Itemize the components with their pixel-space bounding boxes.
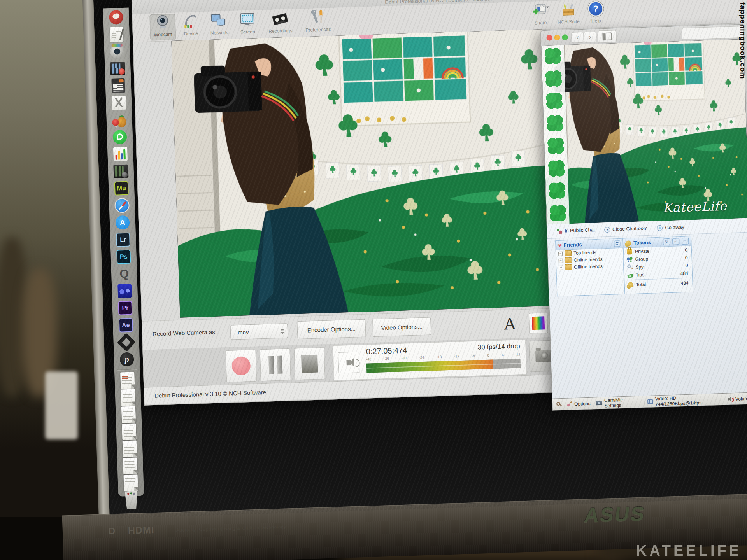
dock-item-photoshop[interactable]: Ps bbox=[115, 248, 132, 265]
back-button[interactable]: ‹ bbox=[571, 32, 584, 43]
screen-capture-icon bbox=[238, 11, 256, 28]
dock-item-whatsapp[interactable] bbox=[111, 129, 128, 145]
dock-item-safari[interactable] bbox=[114, 197, 130, 214]
tab-preferences[interactable]: Preferences bbox=[302, 9, 334, 36]
dock-item-lightroom[interactable]: Lr bbox=[115, 231, 132, 248]
close-chatroom-label: Close Chatroom bbox=[612, 226, 648, 232]
share-icon bbox=[531, 2, 549, 19]
sidebar-toggle-button[interactable] bbox=[598, 30, 617, 43]
dock-minimized-document[interactable] bbox=[119, 372, 136, 388]
help-icon: ? bbox=[587, 0, 605, 18]
meter-panel: 0:27:05:474 30 fps/14 drop -42 -36 -30 -… bbox=[333, 340, 527, 381]
toolbar-help-button[interactable]: ? Help bbox=[584, 0, 608, 27]
video-info: Video: HD 744/1250Kbps@14fps bbox=[647, 394, 724, 407]
dock-item-red-app[interactable] bbox=[108, 9, 124, 26]
toolbar-label: Help bbox=[591, 18, 601, 24]
video-app-icon bbox=[113, 164, 128, 178]
dock-item-after-effects[interactable]: Ae bbox=[117, 317, 134, 333]
brush-icon bbox=[566, 401, 572, 407]
forward-button[interactable]: › bbox=[584, 32, 596, 43]
dock-minimized-document[interactable] bbox=[120, 406, 137, 423]
dock-item-quicktime[interactable]: Q bbox=[116, 265, 133, 282]
clover-icon bbox=[549, 204, 566, 222]
cam-mic-settings-button[interactable]: Cam/Mic Settings bbox=[596, 396, 641, 409]
dock-item-screen-recorder[interactable] bbox=[109, 60, 126, 77]
tab-webcam[interactable]: Webcam bbox=[149, 14, 176, 41]
stream-name-overlay: KateeLife bbox=[663, 198, 727, 215]
minimize-window-button[interactable] bbox=[554, 35, 560, 40]
dock-item-textedit[interactable] bbox=[108, 26, 125, 43]
dock-item-adobe-muse[interactable]: Mu bbox=[113, 180, 130, 197]
close-chatroom-button[interactable]: ● Close Chatroom bbox=[604, 225, 648, 232]
dock-item-calculator[interactable] bbox=[110, 77, 126, 94]
close-window-button[interactable] bbox=[546, 35, 552, 40]
zoom-window-button[interactable] bbox=[562, 34, 568, 40]
expand-icon[interactable]: + bbox=[559, 265, 563, 270]
record-icon bbox=[231, 356, 251, 375]
encoder-options-button[interactable]: Encoder Options... bbox=[297, 319, 366, 340]
video-options-button[interactable]: Video Options... bbox=[372, 317, 431, 337]
webcam-icon bbox=[154, 14, 171, 31]
mute-button[interactable] bbox=[338, 352, 360, 373]
collapse-icon[interactable]: − bbox=[558, 251, 563, 256]
token-value: 0 bbox=[685, 247, 687, 253]
dock-item-unity[interactable] bbox=[118, 334, 135, 350]
dock-item-app-store[interactable]: A bbox=[114, 214, 131, 231]
textedit-icon bbox=[110, 27, 123, 42]
magnifier-icon[interactable] bbox=[556, 401, 562, 407]
dock-item-processing[interactable]: p bbox=[118, 351, 135, 368]
token-list-button[interactable]: ≡ bbox=[682, 238, 689, 245]
text-overlay-button[interactable]: A bbox=[498, 312, 522, 335]
vu-meter-fill bbox=[366, 359, 493, 373]
collapse-icon[interactable]: − bbox=[558, 258, 563, 262]
collapse-panel-button[interactable] bbox=[614, 240, 620, 247]
dock-minimized-document[interactable] bbox=[121, 423, 137, 440]
token-total-row: Total 484 bbox=[624, 279, 693, 289]
dock-item-chart-app[interactable] bbox=[112, 146, 129, 163]
chevron-down-icon bbox=[281, 332, 284, 336]
toolbar-nch-suite-button[interactable]: NCH Suite bbox=[553, 1, 584, 28]
photoshop-icon: Ps bbox=[116, 250, 131, 264]
tab-label: Network bbox=[210, 30, 228, 35]
go-away-button[interactable]: II Go away bbox=[657, 224, 684, 231]
toolbar-share-button[interactable]: Share bbox=[528, 2, 552, 29]
document-thumbnail bbox=[123, 474, 138, 491]
volume-label: Volume bbox=[735, 396, 747, 401]
dock-item-premiere[interactable]: Pr bbox=[117, 299, 133, 316]
dock-minimized-document[interactable] bbox=[120, 389, 137, 406]
format-select[interactable]: .mov bbox=[230, 323, 288, 340]
dock-minimized-document[interactable] bbox=[121, 440, 138, 457]
public-chat-status[interactable]: In Public Chat bbox=[556, 227, 595, 234]
dock-item-video-app[interactable] bbox=[112, 163, 129, 180]
vu-meter bbox=[366, 359, 521, 373]
color-bars-icon bbox=[532, 316, 545, 330]
stop-button[interactable] bbox=[294, 347, 325, 380]
tab-network[interactable]: Network bbox=[205, 12, 232, 39]
tab-screen[interactable]: Screen bbox=[234, 11, 261, 38]
options-button[interactable]: Options bbox=[566, 401, 591, 407]
dock-item-party-app[interactable] bbox=[111, 112, 128, 128]
folder-icon bbox=[565, 250, 572, 256]
premiere-icon: Pr bbox=[118, 301, 132, 315]
volume-control[interactable]: Volume bbox=[728, 396, 747, 402]
record-button[interactable] bbox=[225, 350, 257, 382]
dock-item-clipping-tool[interactable] bbox=[110, 94, 127, 111]
tab-recordings[interactable]: Recordings bbox=[267, 10, 293, 37]
dock-minimized-document[interactable] bbox=[122, 474, 139, 491]
sidebar-icon bbox=[602, 32, 612, 40]
search-tokens-button[interactable]: ∞ bbox=[672, 238, 680, 245]
toolbox-icon bbox=[559, 1, 577, 18]
dock-trash[interactable] bbox=[123, 492, 140, 508]
lightroom-icon: Lr bbox=[116, 233, 130, 247]
refresh-button[interactable]: ↻ bbox=[663, 238, 670, 245]
dock-item-webcam-app[interactable] bbox=[109, 43, 126, 60]
dock-item-blue-app[interactable] bbox=[116, 282, 133, 299]
dock-minimized-document[interactable] bbox=[122, 457, 139, 474]
address-bar[interactable] bbox=[682, 25, 747, 39]
pause-button[interactable] bbox=[260, 348, 291, 381]
quicktime-icon: Q bbox=[117, 266, 132, 282]
tab-device[interactable]: Device bbox=[177, 12, 204, 40]
folder-icon bbox=[565, 264, 572, 270]
tab-label: Recordings bbox=[268, 28, 292, 34]
color-bars-button[interactable] bbox=[529, 313, 548, 333]
